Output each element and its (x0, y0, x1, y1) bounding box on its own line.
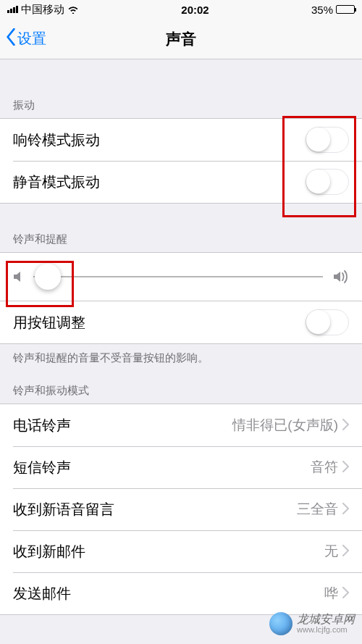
watermark-logo-icon (269, 612, 292, 635)
change-with-buttons-row: 用按钮调整 (0, 301, 362, 343)
section-header-patterns: 铃声和振动模式 (0, 371, 362, 403)
section-header-ringer: 铃声和提醒 (0, 204, 362, 252)
silent-mode-vibrate-row: 静音模式振动 (0, 161, 362, 203)
status-bar: 中国移动 20:02 35% (0, 0, 362, 19)
cellular-signal-icon (7, 6, 18, 13)
ringtone-value: 情非得已(女声版) (232, 416, 338, 435)
carrier-label: 中国移动 (21, 3, 64, 17)
new-mail-value: 无 (324, 542, 338, 561)
chevron-right-icon (342, 543, 349, 560)
back-button[interactable]: 设置 (0, 28, 46, 49)
chevron-right-icon (342, 501, 349, 518)
section-header-vibration: 振动 (0, 81, 362, 118)
watermark-name: 龙城安卓网 (297, 614, 355, 626)
chevron-right-icon (342, 585, 349, 602)
silent-mode-vibrate-toggle[interactable] (306, 169, 349, 195)
watermark: 龙城安卓网 www.lcjfg.com (269, 612, 355, 635)
new-mail-label: 收到新邮件 (13, 542, 324, 561)
text-tone-row[interactable]: 短信铃声 音符 (0, 446, 362, 488)
slider-thumb[interactable] (35, 264, 61, 290)
status-right: 35% (311, 4, 355, 16)
ringtone-label: 电话铃声 (13, 416, 232, 435)
watermark-url: www.lcjfg.com (297, 626, 355, 635)
battery-icon (336, 5, 355, 14)
vibration-group: 响铃模式振动 静音模式振动 (0, 118, 362, 204)
battery-percent: 35% (311, 4, 333, 16)
sent-mail-value: 哗 (324, 584, 338, 603)
ringer-footer: 铃声和提醒的音量不受音量按钮的影响。 (0, 344, 362, 371)
chevron-right-icon (342, 417, 349, 434)
new-mail-row[interactable]: 收到新邮件 无 (0, 530, 362, 572)
text-tone-value: 音符 (311, 458, 338, 477)
text-tone-label: 短信铃声 (13, 458, 311, 477)
ringer-volume-slider[interactable] (33, 276, 323, 277)
voicemail-row[interactable]: 收到新语音留言 三全音 (0, 488, 362, 530)
voicemail-value: 三全音 (297, 500, 338, 519)
ringer-volume-row (0, 252, 362, 301)
ring-mode-vibrate-toggle[interactable] (306, 127, 349, 153)
ring-mode-vibrate-row: 响铃模式振动 (0, 119, 362, 161)
volume-high-icon (333, 270, 349, 283)
change-with-buttons-toggle[interactable] (306, 309, 349, 335)
nav-bar: 设置 声音 (0, 19, 362, 59)
sent-mail-label: 发送邮件 (13, 584, 324, 603)
change-with-buttons-label: 用按钮调整 (13, 313, 306, 333)
back-label: 设置 (17, 29, 46, 49)
status-time: 20:02 (181, 4, 209, 16)
ringtone-row[interactable]: 电话铃声 情非得已(女声版) (0, 404, 362, 446)
chevron-right-icon (342, 459, 349, 476)
chevron-left-icon (6, 28, 16, 49)
volume-low-icon (13, 270, 23, 283)
page-title: 声音 (0, 29, 362, 49)
status-left: 中国移动 (7, 3, 79, 17)
silent-mode-vibrate-label: 静音模式振动 (13, 172, 306, 192)
ring-mode-vibrate-label: 响铃模式振动 (13, 130, 306, 150)
change-with-buttons-group: 用按钮调整 (0, 301, 362, 344)
wifi-icon (67, 4, 79, 16)
sent-mail-row[interactable]: 发送邮件 哗 (0, 572, 362, 614)
patterns-group: 电话铃声 情非得已(女声版) 短信铃声 音符 收到新语音留言 三全音 收到新邮件… (0, 403, 362, 615)
voicemail-label: 收到新语音留言 (13, 500, 297, 519)
